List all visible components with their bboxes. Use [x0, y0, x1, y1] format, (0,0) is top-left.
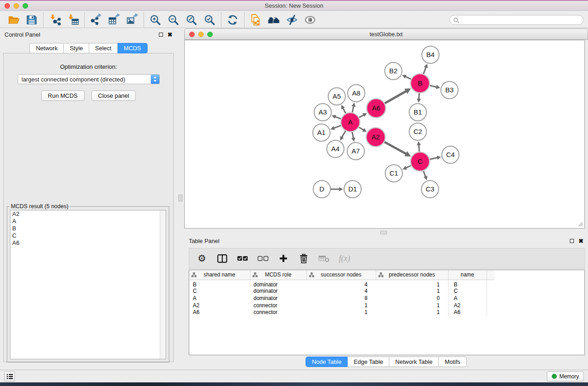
network-window-titlebar[interactable]: testGlobe.txt: [184, 29, 588, 40]
graph-edge-A-A5[interactable]: [341, 105, 346, 114]
table-settings-button[interactable]: ⚙: [196, 254, 207, 263]
cell-shared-name[interactable]: C: [189, 288, 250, 295]
open-session-button[interactable]: [5, 13, 23, 27]
import-network-button[interactable]: [46, 13, 64, 27]
memory-button[interactable]: Memory: [547, 372, 584, 381]
table-row[interactable]: A6connector11A6: [189, 309, 494, 316]
cell-name[interactable]: C: [448, 288, 487, 295]
node-table-grid[interactable]: shared nameMCDS rolesuccessor nodesprede…: [189, 270, 494, 316]
tab-network-table[interactable]: Network Table: [389, 357, 439, 367]
cell-shared-name[interactable]: B: [189, 280, 250, 288]
save-session-button[interactable]: [23, 13, 41, 27]
cell-shared-name[interactable]: A2: [189, 302, 250, 309]
panel-divider-grip[interactable]: [178, 195, 182, 201]
cell-successor-nodes[interactable]: 4: [306, 288, 376, 295]
mcds-result-item[interactable]: C: [10, 232, 166, 239]
graph-edge-A-A4[interactable]: [340, 131, 345, 140]
export-image-button[interactable]: [123, 13, 141, 27]
mcds-result-item[interactable]: A6: [10, 239, 166, 247]
hide-selected-button[interactable]: [283, 13, 301, 27]
show-column-button[interactable]: [217, 254, 228, 263]
zoom-in-button[interactable]: [146, 13, 164, 27]
graph-edge-A-A6[interactable]: [359, 113, 367, 118]
close-panel-button[interactable]: Close panel: [91, 91, 136, 101]
graph-node-A8[interactable]: A8: [348, 85, 365, 102]
create-column-button[interactable]: [278, 254, 289, 262]
tab-motifs[interactable]: Motifs: [439, 357, 467, 367]
cell-predecessor-nodes[interactable]: 1: [376, 309, 448, 316]
cell-mcds-role[interactable]: connector: [250, 302, 306, 309]
zoom-fit-button[interactable]: [182, 13, 201, 27]
graph-node-A6[interactable]: A6: [367, 99, 386, 118]
export-table-button[interactable]: [105, 13, 123, 27]
graph-edge-A-A8[interactable]: [352, 103, 356, 113]
cell-name[interactable]: A2: [448, 302, 487, 309]
new-network-from-selection-button[interactable]: [247, 13, 265, 27]
float-panel-icon[interactable]: [159, 33, 163, 37]
column-header-name[interactable]: name: [448, 270, 487, 280]
task-history-button[interactable]: [4, 372, 15, 381]
graph-node-C4[interactable]: C4: [442, 146, 459, 163]
graph-node-D[interactable]: D: [313, 181, 330, 198]
import-table-button[interactable]: [64, 13, 82, 27]
graph-node-C3[interactable]: C3: [421, 181, 439, 198]
graph-edge-A-A3[interactable]: [332, 115, 341, 119]
cell-shared-name[interactable]: A6: [189, 309, 250, 316]
tab-style[interactable]: Style: [64, 43, 89, 53]
search-field[interactable]: [449, 15, 583, 25]
graph-edge-B-B2[interactable]: [402, 75, 411, 79]
show-all-button[interactable]: [301, 13, 319, 27]
optimization-criterion-select[interactable]: largest connected component (directed): [18, 74, 160, 84]
graph-node-A2[interactable]: A2: [366, 128, 385, 147]
graph-node-B4[interactable]: B4: [422, 46, 439, 63]
graph-node-B[interactable]: B: [411, 74, 430, 93]
graph-node-A3[interactable]: A3: [314, 104, 331, 121]
cell-successor-nodes[interactable]: 1: [306, 302, 376, 309]
tab-network[interactable]: Network: [29, 43, 64, 53]
graph-edge-C-C1[interactable]: [402, 166, 411, 170]
cell-predecessor-nodes[interactable]: 1: [376, 280, 448, 288]
refresh-button[interactable]: [224, 13, 242, 27]
cell-shared-name[interactable]: A: [189, 295, 250, 302]
column-header-mcds-role[interactable]: MCDS role: [250, 270, 306, 280]
column-header-predecessor-nodes[interactable]: predecessor nodes: [376, 270, 448, 280]
graph-edge-B-B1[interactable]: [417, 93, 421, 103]
first-neighbors-button[interactable]: [265, 13, 283, 27]
table-row[interactable]: Bdominator41B: [189, 280, 494, 288]
function-builder-button[interactable]: f(x): [339, 254, 350, 263]
close-table-panel-icon[interactable]: ✖: [578, 239, 583, 243]
graph-node-C1[interactable]: C1: [385, 165, 402, 182]
resize-grip-icon[interactable]: [577, 220, 583, 227]
graph-node-C2[interactable]: C2: [409, 123, 426, 140]
cell-successor-nodes[interactable]: 1: [306, 309, 376, 316]
cell-name[interactable]: A: [448, 295, 487, 302]
export-network-button[interactable]: [87, 13, 105, 27]
cell-predecessor-nodes[interactable]: 0: [376, 295, 448, 302]
cell-name[interactable]: B: [448, 280, 487, 288]
graph-node-A1[interactable]: A1: [313, 124, 330, 141]
delete-table-button[interactable]: [319, 255, 330, 262]
graph-node-A7[interactable]: A7: [347, 143, 364, 160]
graph-node-B1[interactable]: B1: [409, 104, 426, 121]
cell-mcds-role[interactable]: dominator: [250, 295, 306, 302]
float-table-panel-icon[interactable]: [570, 239, 574, 243]
cell-mcds-role[interactable]: connector: [250, 309, 306, 316]
zoom-selected-button[interactable]: [201, 13, 219, 27]
graph-edge-D-D1[interactable]: [331, 187, 343, 191]
mcds-result-list[interactable]: A2ABCA6: [10, 210, 166, 359]
graph-node-C[interactable]: C: [411, 152, 430, 171]
horizontal-divider-grip[interactable]: [380, 231, 387, 234]
graph-edge-A-A2[interactable]: [359, 127, 367, 132]
graph-edge-A-A7[interactable]: [351, 132, 355, 142]
cell-mcds-role[interactable]: dominator: [250, 280, 306, 288]
tab-mcds[interactable]: MCDS: [118, 43, 147, 53]
graph-node-A[interactable]: A: [341, 113, 360, 132]
cell-mcds-role[interactable]: dominator: [250, 288, 306, 295]
network-canvas[interactable]: B4B2BB3A8A5A6B1A3AC2A1A2A4A7C4CC1C3DD1: [184, 40, 585, 229]
graph-edge-A2-C[interactable]: [384, 142, 411, 157]
mcds-result-item[interactable]: A: [10, 218, 166, 225]
scrollbar-track[interactable]: [160, 210, 166, 359]
tab-edge-table[interactable]: Edge Table: [348, 357, 389, 367]
graph-edge-B-B4[interactable]: [424, 64, 428, 74]
graph-edge-C-C2[interactable]: [417, 141, 421, 152]
